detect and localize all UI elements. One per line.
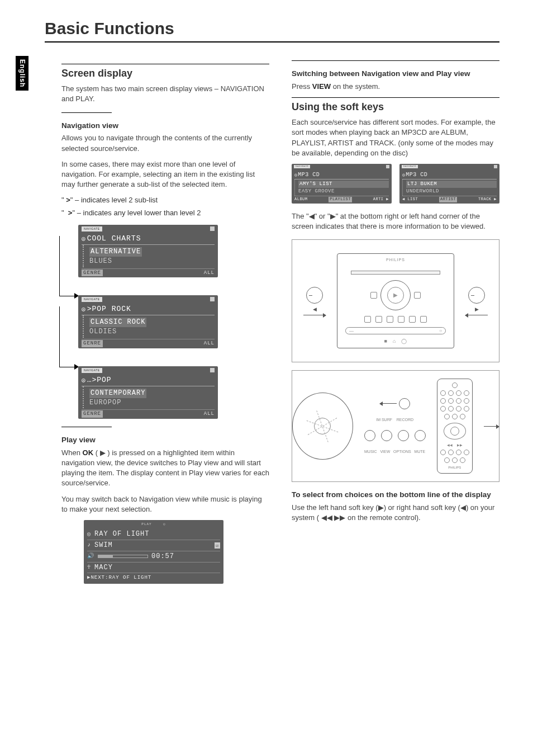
select-bottom-text: Use the left hand soft key (▶) or right … bbox=[292, 503, 499, 523]
switch-view-text: Press VIEW on the system. bbox=[292, 82, 499, 92]
remote-prev-icon: ◀◀ bbox=[447, 443, 453, 447]
arrows-note: The "◀" or "▶" at the bottom right or le… bbox=[292, 211, 499, 231]
screen-display-intro: The system has two main screen display v… bbox=[61, 84, 269, 104]
right-soft-knob bbox=[468, 287, 485, 304]
chevron-icon: > bbox=[66, 196, 70, 204]
left-soft-knob bbox=[306, 287, 323, 304]
remote-control-icon: ◀◀ ▶▶ PHILIPS bbox=[437, 379, 473, 474]
lcd-nav-level2: NAVIGATE >POP ROCK CLASSIC ROCK OLDIES G… bbox=[78, 295, 218, 348]
play-view-heading: Play view bbox=[61, 435, 269, 446]
lcd-sort-artist: NAVIGATE MP3 CD LTJ BUKEM UNDERWORLD ◀ L… bbox=[399, 164, 499, 204]
chevron-icon: > bbox=[68, 209, 73, 217]
remote-next-icon: ▶▶ bbox=[457, 443, 463, 447]
play-view-p1: When OK ( ▶ ) is pressed on a highlighte… bbox=[61, 448, 269, 489]
person-icon: ☥ bbox=[87, 564, 91, 571]
main-unit-diagram: ◀ PHILIPS ▶ —○ ■⌂◯ ▶ bbox=[292, 239, 499, 362]
screen-display-heading: Screen display bbox=[61, 64, 269, 81]
play-view-p2: You may switch back to Navigation view w… bbox=[61, 494, 269, 514]
pointer-line-icon bbox=[484, 426, 499, 427]
page-title: Basic Functions bbox=[45, 17, 499, 42]
nav-view-p1: Allows you to navigate through the conte… bbox=[61, 133, 269, 153]
nav-view-p2: In some cases, there may exist more than… bbox=[61, 159, 269, 190]
soft-keys-heading: Using the soft keys bbox=[292, 97, 499, 114]
disc-icon: ◎ bbox=[87, 531, 91, 538]
soft-keys-p1: Each source/service has different sort m… bbox=[292, 117, 499, 158]
lcd-nav-level3: NAVIGATE …>POP CONTEMPORARY EUROPOP GENR… bbox=[78, 366, 218, 419]
prev-track-icon bbox=[399, 398, 410, 409]
note-icon: ♪ bbox=[87, 541, 91, 549]
nav-view-heading: Navigation view bbox=[61, 121, 269, 131]
remote-diagram: IM SURF RECORD MUSIC VIEW OPTIONS MUTE ◀… bbox=[292, 370, 499, 482]
volume-icon: 🔊 bbox=[87, 552, 94, 560]
switch-view-heading: Switching between Navigation view and Pl… bbox=[292, 69, 499, 79]
language-tab: English bbox=[16, 56, 28, 91]
lcd-play-view: PLAY⦶ ◎RAY OF LIGHT ♪SWIM☑ 🔊00:57 ☥MACY … bbox=[84, 520, 223, 584]
right-arrow-icon: ▶ bbox=[475, 306, 479, 313]
jog-wheel-icon bbox=[292, 393, 353, 460]
lcd-nav-level1: NAVIGATE COOL CHARTS ALTERNATIVE BLUES G… bbox=[78, 225, 218, 277]
level-indicators: " >" – indicates level 2 sub-list " >" –… bbox=[61, 195, 269, 218]
left-arrow-icon: ◀ bbox=[313, 306, 317, 313]
lcd-sort-album: NAVIGATE MP3 CD AMY'S LIST EASY GROOVE A… bbox=[292, 164, 392, 204]
select-bottom-heading: To select from choices on the bottom lin… bbox=[292, 490, 499, 500]
